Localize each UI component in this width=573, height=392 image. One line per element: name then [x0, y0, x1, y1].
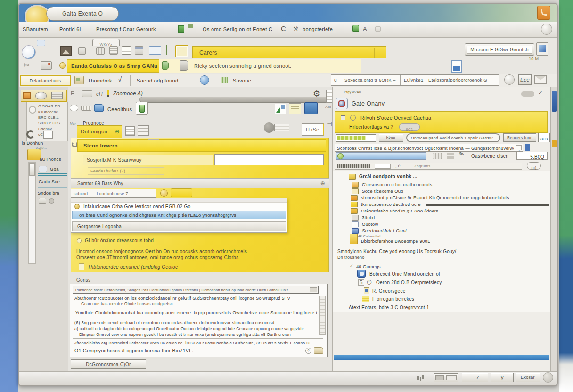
notepad-icon[interactable] [289, 103, 301, 114]
toggle-circle[interactable] [264, 122, 274, 133]
option-row-2[interactable]: on bree Cund ognonke oind chgrese Knt ch… [72, 211, 286, 219]
tree-sub4[interactable]: F orrogan bcrrckes [372, 296, 414, 302]
subtab-bar[interactable]: scbcnd Loortunhouse 7 [71, 189, 156, 198]
tree-item7[interactable]: Ouotow [362, 221, 378, 227]
dialog-check1-label[interactable]: GI b0r órcüod dreasscous tobd [85, 238, 154, 243]
highlight-strip[interactable]: Eanda Culusiss O as Smrp GANu [67, 59, 159, 73]
tree-item5[interactable]: Orkonrdatico ubcd to g3 Troo lidoets [361, 208, 438, 213]
break-button[interactable]: bkaK [379, 134, 403, 142]
handle-icon[interactable] [447, 153, 454, 155]
columns-icon[interactable] [96, 47, 105, 55]
printer-icon[interactable] [78, 47, 86, 55]
pin-icon[interactable] [166, 45, 167, 55]
right-scrollbar[interactable] [550, 87, 557, 371]
tree-sub2[interactable]: Oeron 28d O.B Oerpmetsiecy [376, 280, 442, 285]
tray-mouse-icon[interactable] [35, 92, 47, 99]
uet-box[interactable]: ueT6 [538, 133, 550, 142]
logo-tab[interactable]: Gaita Exenta O [46, 7, 119, 21]
sidebar-scrollbar[interactable] [28, 162, 36, 264]
subtab-orb-button[interactable] [160, 189, 168, 197]
status-orb[interactable] [543, 372, 553, 383]
tree-check-icon[interactable]: ✓ [350, 263, 353, 268]
copyright-button[interactable]: (c) [527, 162, 541, 170]
sidebar-scroll-thumb[interactable] [29, 163, 35, 176]
subtab-2[interactable]: Loortunhouse 7 [97, 191, 128, 196]
mini-tab[interactable]: WKrYx [92, 39, 120, 46]
tree-sub3[interactable]: R. Gncorsgece [372, 288, 406, 294]
dialog-tab-icon-1[interactable] [125, 126, 135, 136]
tree-sub1[interactable]: Bobrexcit Unie Mond oonclcn ol [369, 271, 440, 277]
option-row-1[interactable]: Infalucicane Orba Goe leaticor oand EGB.… [71, 203, 287, 211]
option-row-3[interactable]: Gorgnsroe Logonba [72, 221, 286, 231]
right-dropdown[interactable]: Onrocerupand Avoid ooenh 1 oprúr Gerrssc… [406, 133, 500, 142]
dialog-check2-label[interactable]: Thbtonoerdee oenaried (cndolog Geotoe [88, 264, 178, 270]
subtab-1[interactable]: scbcnd [74, 191, 88, 196]
right-scroll-thumb[interactable] [552, 91, 557, 112]
mail-open-icon[interactable] [175, 45, 188, 57]
toggle-bar[interactable] [274, 124, 289, 131]
menu-right-orb[interactable] [541, 24, 552, 35]
tree-item9[interactable]: H8 Cotoosfod [357, 234, 380, 238]
folder-blue-big-icon[interactable] [304, 102, 318, 114]
banner-minus-icon[interactable]: − [350, 115, 356, 121]
search-band[interactable]: Carers [192, 46, 386, 58]
status-group-button[interactable] [434, 373, 458, 382]
notes-folder-icon[interactable] [314, 347, 323, 354]
notes-scroll-strip[interactable] [319, 296, 326, 335]
reocers-button[interactable]: Reocers fune [503, 133, 536, 142]
dialog-check2-icon[interactable] [79, 263, 84, 270]
donhun-label[interactable]: ls Donhun [22, 140, 43, 146]
dialog-check1-icon[interactable] [77, 238, 82, 243]
right-scroll-thumb2[interactable] [552, 140, 557, 147]
grid-icon[interactable] [122, 46, 131, 55]
tree-item2[interactable]: Soce ticexome Ouo [362, 188, 403, 194]
sndos-label[interactable]: Sndos bra [38, 190, 59, 196]
menu-item-2[interactable]: Pontld 6l [59, 26, 81, 32]
bottom-left-button[interactable]: DcGconosmoa C)Or [71, 359, 146, 369]
magnifier-icon[interactable] [59, 62, 66, 69]
image-icon[interactable] [60, 46, 72, 56]
tree-item1[interactable]: C'orsorsocon o foc orathoocorots [362, 182, 432, 187]
address-box[interactable]: g Soxecxs.ontg tr 6ORK – Eulvnke1 Etelos… [331, 74, 499, 86]
bulb-icon[interactable] [504, 74, 515, 85]
subject-input[interactable] [214, 154, 324, 165]
subtab-gold-button[interactable] [171, 188, 192, 197]
notes-link[interactable]: Jftonociokrba atg Bnvrncirtd uctiseccur … [74, 341, 310, 345]
eco-button[interactable]: Ece [518, 74, 532, 85]
section-expand-icon[interactable]: ⊕ [320, 180, 325, 187]
unit-box[interactable]: ueT6 U.iSc [302, 123, 324, 136]
notes-title-bar[interactable]: Pubnenge soate Cetaorbeatd, Shagen Pan C… [73, 286, 319, 294]
tree-item4[interactable]: tknrucsoensco dectlrod ocre [361, 202, 421, 207]
list-icon[interactable] [109, 46, 118, 55]
speech-bubble-icon[interactable] [70, 105, 78, 111]
app-swirl-icon[interactable] [22, 45, 36, 59]
panes-icon[interactable] [149, 46, 161, 55]
progress-bar[interactable] [336, 152, 426, 160]
notes-collapse-icon[interactable]: ␦ [305, 348, 311, 354]
calendar-icon[interactable] [135, 46, 143, 55]
photo-icon[interactable] [41, 61, 52, 70]
tools-label[interactable]: Thomdork [88, 78, 112, 83]
tree-check-label[interactable]: 40 Gomegs [356, 264, 381, 269]
sidebar-small-box[interactable] [43, 131, 53, 139]
tree-item3[interactable]: strmoschrittp nGtsioe 9r Esooct Kb Qrooc… [361, 195, 509, 200]
tray-orange-icon[interactable] [23, 92, 31, 99]
dialog-tab-icon-2[interactable] [138, 125, 149, 136]
globe-icon[interactable] [200, 75, 209, 85]
wand-icon[interactable]: ✄ [24, 61, 29, 69]
book-gray-icon[interactable] [180, 60, 188, 71]
status-dash7-button[interactable]: —7 [462, 373, 488, 382]
notes-title-thumb[interactable] [310, 287, 317, 292]
bag-green-icon[interactable] [352, 25, 359, 32]
doc-blue-icon[interactable] [451, 60, 462, 73]
envelope-icon[interactable] [534, 75, 547, 84]
attachment-icon[interactable] [74, 76, 84, 84]
dialog-tab[interactable]: Onftonigon ⊖ [77, 125, 122, 138]
flag-icon[interactable] [188, 24, 188, 33]
excel-icon[interactable] [275, 104, 286, 114]
status-close-button[interactable]: Ekosar [516, 373, 540, 382]
close-button[interactable] [537, 6, 550, 20]
right-input[interactable] [336, 134, 376, 142]
battery-green-button[interactable] [136, 102, 148, 115]
delant-button[interactable]: Delantametions [20, 75, 71, 86]
